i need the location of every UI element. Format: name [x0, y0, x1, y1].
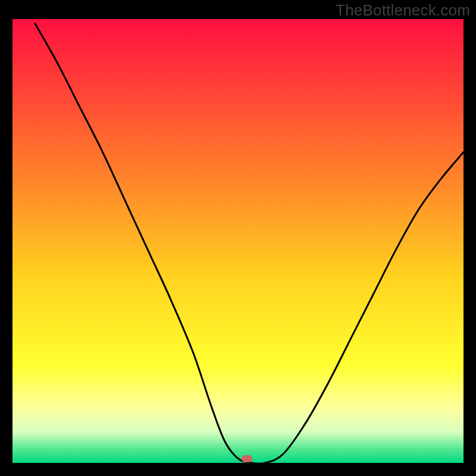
chart-frame: TheBottleneck.com: [0, 0, 476, 476]
watermark-text: TheBottleneck.com: [336, 1, 470, 20]
chart-background-rect: [12, 19, 464, 463]
chart-svg: [12, 19, 464, 463]
current-point-marker: [242, 455, 252, 462]
plot-area: [12, 19, 464, 463]
